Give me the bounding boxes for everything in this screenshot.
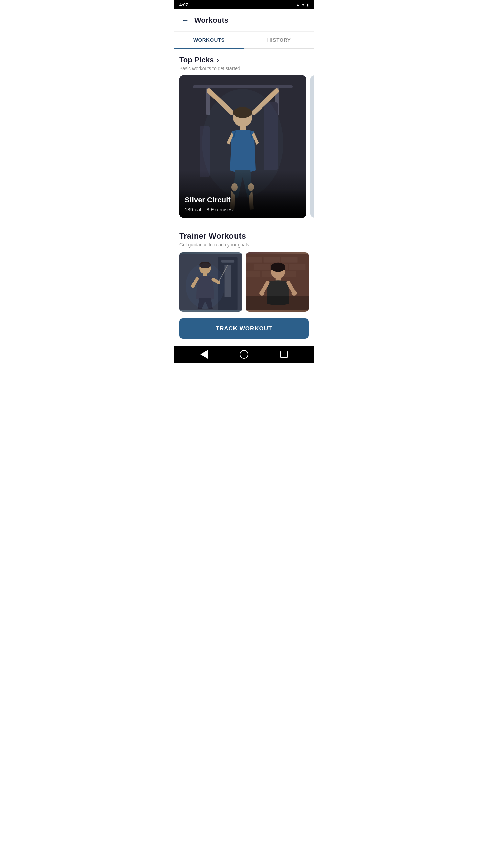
top-picks-title: Top Picks xyxy=(179,56,214,64)
svg-rect-31 xyxy=(263,257,280,263)
svg-point-46 xyxy=(274,270,277,272)
recent-nav-icon xyxy=(280,351,288,358)
back-arrow-icon: ← xyxy=(182,16,189,25)
status-time: 4:07 xyxy=(179,2,188,7)
back-button[interactable]: ← xyxy=(179,14,191,26)
trainer-card-2[interactable] xyxy=(246,252,309,312)
tabs-container: WORKOUTS HISTORY xyxy=(174,32,314,49)
trainer-card-1-illustration xyxy=(179,252,242,312)
top-picks-carousel[interactable]: Silver Circuit 189 cal 8 Exercises xyxy=(174,75,314,220)
bottom-navigation xyxy=(174,346,314,363)
svg-point-47 xyxy=(279,270,282,272)
svg-rect-1 xyxy=(193,85,293,88)
main-content: Top Picks › Basic workouts to get starte… xyxy=(174,49,314,339)
svg-rect-32 xyxy=(281,257,298,263)
svg-point-45 xyxy=(291,291,297,296)
card-calories: 189 cal xyxy=(185,206,201,212)
svg-rect-35 xyxy=(289,264,306,270)
svg-point-44 xyxy=(259,291,264,296)
trainer-card-1[interactable] xyxy=(179,252,242,312)
tab-workouts[interactable]: WORKOUTS xyxy=(174,32,244,48)
svg-point-27 xyxy=(186,263,224,309)
nav-back-button[interactable] xyxy=(199,349,209,360)
trainer-workouts-title: Trainer Workouts xyxy=(179,231,309,241)
status-bar: 4:07 ▲ ▼ ▮ xyxy=(174,0,314,9)
workout-card-next-partial xyxy=(310,75,314,218)
trainer-card-2-illustration xyxy=(246,252,309,312)
wifi-icon: ▼ xyxy=(301,3,305,7)
tab-history[interactable]: HISTORY xyxy=(244,32,314,48)
header: ← Workouts xyxy=(174,9,314,32)
card-overlay: Silver Circuit 189 cal 8 Exercises xyxy=(179,189,306,218)
battery-icon: ▮ xyxy=(307,3,309,7)
page-title: Workouts xyxy=(194,16,228,25)
home-nav-icon xyxy=(240,350,248,359)
card-workout-meta: 189 cal 8 Exercises xyxy=(185,206,301,212)
svg-rect-19 xyxy=(221,260,234,263)
card-exercises: 8 Exercises xyxy=(206,206,233,212)
top-picks-subtitle: Basic workouts to get started xyxy=(179,66,309,71)
svg-rect-33 xyxy=(254,264,270,270)
workout-card-silver-circuit[interactable]: Silver Circuit 189 cal 8 Exercises xyxy=(179,75,306,218)
top-picks-chevron-icon[interactable]: › xyxy=(217,56,219,64)
trainer-cards-row xyxy=(179,252,309,312)
signal-icon: ▲ xyxy=(296,3,300,7)
top-picks-title-row: Top Picks › xyxy=(179,56,309,64)
card-workout-name: Silver Circuit xyxy=(185,196,301,204)
svg-rect-48 xyxy=(246,296,309,310)
trainer-workouts-subtitle: Get guidance to reach your goals xyxy=(179,242,309,248)
svg-rect-20 xyxy=(225,265,231,297)
status-icons: ▲ ▼ ▮ xyxy=(296,3,309,7)
top-picks-section-header: Top Picks › Basic workouts to get starte… xyxy=(179,56,309,71)
svg-rect-30 xyxy=(246,257,262,263)
nav-home-button[interactable] xyxy=(239,349,249,360)
trainer-workouts-section: Trainer Workouts Get guidance to reach y… xyxy=(179,231,309,312)
track-workout-button[interactable]: TRACK WORKOUT xyxy=(179,318,309,339)
svg-rect-36 xyxy=(246,271,260,277)
back-nav-icon xyxy=(200,350,208,359)
nav-recent-button[interactable] xyxy=(279,349,289,360)
